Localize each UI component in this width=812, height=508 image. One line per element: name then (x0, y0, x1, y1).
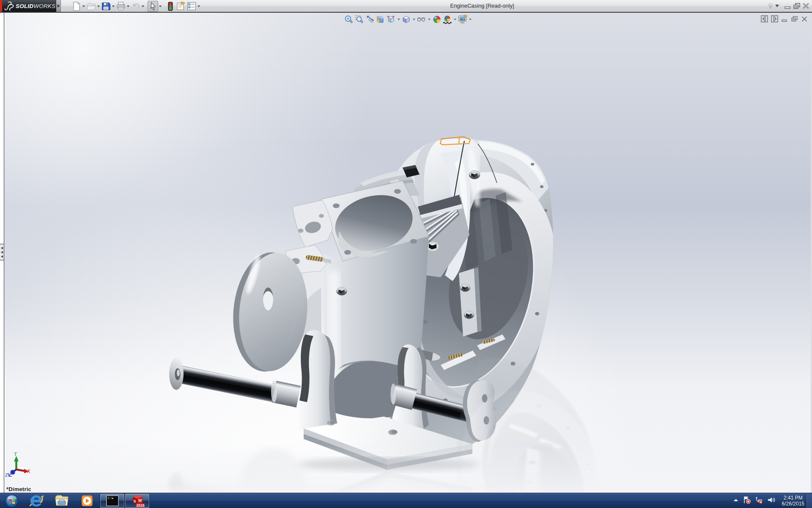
show-desktop-button[interactable] (806, 493, 812, 508)
tray-clock[interactable]: 2:41 PM 6/26/2015 (782, 495, 804, 507)
new-button[interactable] (71, 1, 82, 12)
sw-letter-w: W (138, 498, 142, 502)
triad-x-label: X (27, 468, 31, 474)
taskbar-items: C:\ S W 2015 (0, 493, 150, 508)
doc-minimize-button[interactable] (781, 16, 788, 22)
minimize-button[interactable] (784, 3, 791, 9)
previous-view-button[interactable] (365, 14, 375, 25)
dropdown-arrow-icon (127, 6, 129, 7)
action-center-icon[interactable] (743, 496, 751, 506)
graphics-viewport[interactable]: Y X Z (0, 13, 812, 493)
view-settings-button[interactable] (457, 14, 468, 25)
options-button[interactable] (186, 1, 197, 12)
select-dropdown[interactable] (158, 1, 162, 12)
collapse-left-pane-button[interactable] (761, 15, 768, 22)
window-controls: ? (768, 0, 809, 12)
taskbar-windows-explorer[interactable] (49, 493, 74, 508)
display-style-dropdown[interactable] (411, 14, 416, 25)
dropdown-arrow-icon (1, 255, 3, 258)
taskbar-internet-explorer[interactable] (24, 493, 49, 508)
open-dropdown[interactable] (96, 1, 100, 12)
solidworks-logo: SOLIDWORKS (2, 0, 57, 12)
taskbar-media-player[interactable] (74, 493, 100, 508)
dropdown-arrow-icon (1, 247, 3, 249)
dropdown-arrow-icon (58, 4, 60, 8)
feature-panel-collapsed-tab[interactable] (0, 244, 4, 260)
headsup-toolbar (343, 14, 472, 25)
dropdown-arrow-icon (398, 19, 400, 20)
brand-text-light: WORKS (33, 3, 55, 9)
dropdown-arrow-icon (112, 6, 115, 7)
scene-container: Y X Z (4, 13, 811, 493)
taskbar: C:\ S W 2015 (0, 493, 812, 508)
menu-flyout-arrow[interactable] (56, 0, 61, 12)
tray-time: 2:41 PM (782, 495, 804, 501)
taskbar-command-prompt[interactable]: C:\ (100, 494, 124, 508)
dropdown-arrow-icon (159, 6, 162, 7)
show-hidden-icons-button[interactable] (733, 497, 739, 505)
dropdown-arrow-icon (428, 19, 431, 20)
apply-scene-dropdown[interactable] (453, 14, 457, 25)
quick-toolbar (71, 0, 201, 12)
zoom-to-area-button[interactable] (354, 14, 365, 25)
view-orientation-button[interactable] (386, 14, 396, 25)
brand-text: SOLIDWORKS (16, 3, 55, 9)
new-dropdown[interactable] (82, 1, 85, 12)
doc-restore-button[interactable] (791, 16, 798, 22)
dropdown-arrow-icon (82, 6, 85, 7)
network-icon[interactable] (755, 496, 763, 506)
triad-z-label: Z (5, 472, 8, 478)
view-orientation-label: *Dimetric (6, 486, 31, 492)
solidworks-window: SOLIDWORKS (0, 0, 812, 508)
undo-dropdown[interactable] (141, 1, 145, 12)
help-question-glyph: ? (768, 3, 772, 9)
dropdown-arrow-icon (198, 6, 200, 7)
dropdown-arrow-icon (142, 6, 144, 7)
dropdown-arrow-icon (454, 19, 456, 20)
restore-button[interactable] (793, 3, 801, 9)
title-bar: SOLIDWORKS (0, 0, 812, 13)
help-button[interactable]: ? (768, 3, 774, 9)
file-properties-button[interactable] (176, 1, 186, 12)
view-orientation-dropdown[interactable] (396, 14, 401, 25)
dropdown-arrow-icon (413, 19, 415, 20)
save-button[interactable] (101, 1, 111, 12)
doc-close-button[interactable] (801, 16, 808, 22)
help-dropdown[interactable] (775, 4, 779, 8)
section-view-button[interactable] (375, 14, 386, 25)
dropdown-arrow-icon (1, 251, 3, 254)
document-window-controls (761, 15, 808, 22)
apply-scene-button[interactable] (442, 14, 453, 25)
taskbar-solidworks[interactable]: S W 2015 (125, 494, 149, 508)
open-button[interactable] (86, 1, 96, 12)
hide-show-items-dropdown[interactable] (427, 14, 431, 25)
hide-show-items-button[interactable] (416, 14, 427, 25)
display-style-button[interactable] (401, 14, 411, 25)
model-scene: Y X Z (4, 13, 811, 493)
xpress-products-button[interactable] (165, 1, 176, 12)
collapse-right-pane-button[interactable] (771, 15, 778, 22)
select-button[interactable] (148, 1, 158, 12)
options-dropdown[interactable] (197, 1, 200, 12)
print-button[interactable] (115, 1, 126, 12)
system-tray: 2:41 PM 6/26/2015 (733, 493, 804, 508)
ds-logo-icon (4, 1, 14, 11)
start-button[interactable] (0, 493, 24, 508)
sw-letter-s: S (133, 499, 136, 503)
zoom-to-fit-button[interactable] (343, 14, 354, 25)
save-dropdown[interactable] (111, 1, 115, 12)
volume-icon[interactable] (767, 496, 776, 506)
dropdown-arrow-icon (469, 19, 472, 20)
dropdown-arrow-icon (97, 6, 100, 7)
sw-badge: 2015 (136, 503, 144, 508)
tray-date: 6/26/2015 (782, 501, 804, 507)
undo-button[interactable] (130, 1, 141, 12)
edit-appearance-button[interactable] (431, 14, 442, 25)
print-dropdown[interactable] (126, 1, 130, 12)
window-title: EngineCasing [Read-only] (440, 0, 524, 12)
view-settings-dropdown[interactable] (468, 14, 472, 25)
brand-text-bold: SOLID (16, 3, 33, 9)
close-button[interactable] (802, 3, 809, 9)
